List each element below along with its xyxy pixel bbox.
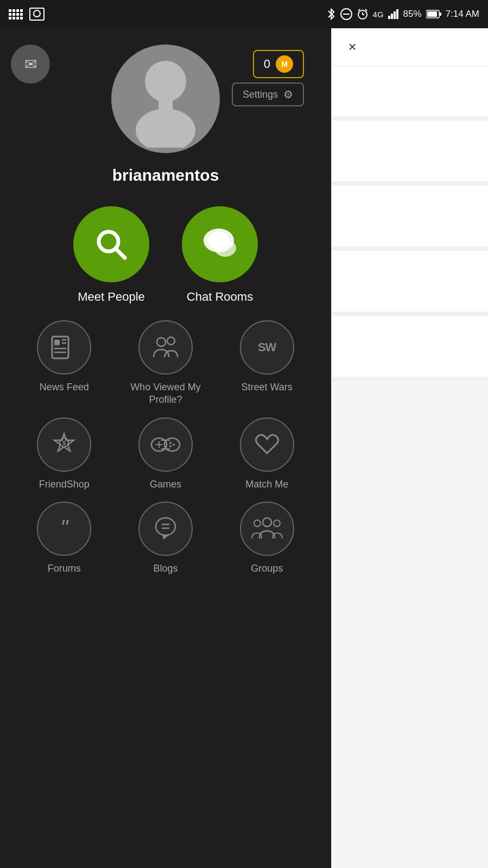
svg-rect-12 [427,11,437,17]
svg-rect-10 [396,9,398,19]
battery-percent: 85% [403,9,422,20]
settings-button[interactable]: Settings ⚙ [232,83,304,106]
svg-rect-25 [54,340,60,345]
svg-point-40 [169,442,172,444]
currency-badge[interactable]: 0 M [253,50,304,78]
battery-icon [426,10,441,18]
status-bar-right: 4G 85% 7:14 AM [326,8,479,20]
large-buttons-row: Meet People Chat Rooms [16,206,315,304]
blogs-item[interactable]: Blogs [118,502,214,575]
currency-amount: 0 [264,57,270,71]
svg-text:": " [60,516,69,540]
slide-panel: × [331,28,488,868]
profile-section: ✉ 0 [0,28,331,195]
street-wars-label: Street Wars [241,381,292,394]
svg-point-48 [263,518,271,527]
svg-point-44 [156,518,175,535]
who-viewed-item[interactable]: Who Viewed My Profile? [118,320,214,407]
slide-panel-item-2 [332,121,488,186]
news-feed-label: News Feed [40,381,89,394]
svg-rect-8 [391,14,393,19]
news-feed-circle [37,320,91,375]
match-me-item[interactable]: Match Me [219,417,315,491]
games-item[interactable]: Games [118,417,214,491]
friendshop-label: FriendShop [39,478,90,491]
meet-people-circle [73,206,149,282]
groups-label: Groups [251,562,283,575]
games-label: Games [150,478,181,491]
chat-rooms-item[interactable]: Chat Rooms [182,206,258,304]
svg-rect-7 [388,16,390,19]
street-wars-circle: SW [240,320,294,375]
avatar-silhouette [111,45,220,153]
svg-line-5 [358,9,360,11]
photo-icon [29,8,45,21]
svg-point-42 [169,445,172,447]
search-icon [92,225,130,263]
who-viewed-circle [138,320,193,375]
groups-item[interactable]: Groups [219,502,315,575]
groups-circle [240,502,294,556]
avatar[interactable] [111,45,220,153]
close-button[interactable]: × [343,37,362,57]
svg-rect-16 [159,98,173,110]
meet-people-item[interactable]: Meet People [73,206,149,304]
who-viewed-label: Who Viewed My Profile? [118,381,214,407]
small-buttons-grid-3: " Forums Blogs [16,502,315,575]
svg-rect-9 [394,11,396,19]
forums-item[interactable]: " Forums [16,502,112,575]
message-icon: ✉ [24,55,37,73]
blogs-circle [138,502,193,556]
svg-text:$: $ [62,440,66,446]
menu-grid: Meet People Chat Rooms [0,195,331,597]
svg-point-15 [136,109,195,148]
svg-point-14 [145,61,186,102]
street-wars-item[interactable]: SW Street Wars [219,320,315,407]
games-circle [138,417,193,472]
blogs-label: Blogs [153,562,178,575]
friendshop-circle: $ [37,417,91,472]
svg-point-50 [274,520,280,527]
svg-point-49 [254,520,261,527]
slide-panel-item-1 [332,66,488,121]
friendshop-icon: $ [50,430,78,459]
match-me-label: Match Me [245,478,288,491]
forums-circle: " [37,502,91,556]
forums-label: Forums [48,562,81,575]
svg-line-6 [365,9,367,11]
svg-point-31 [167,337,175,345]
svg-text:M: M [281,60,288,68]
alarm-icon [357,8,369,20]
news-feed-item[interactable]: News Feed [16,320,112,407]
status-bar-left [9,8,45,21]
groups-icon [251,515,283,543]
network-label: 4G [373,10,384,19]
slide-panel-item-3 [332,186,488,251]
apps-icon [9,9,23,20]
slide-panel-items [332,66,488,381]
street-wars-label-inner: SW [258,340,276,354]
games-icon [150,433,181,457]
meet-people-label: Meet People [78,290,145,304]
slide-panel-header: × [332,28,488,66]
time-display: 7:14 AM [446,9,479,20]
gear-icon: ⚙ [283,88,293,101]
currency-coin: M [276,55,293,73]
match-me-circle [240,417,294,472]
forums-icon: " [50,516,78,542]
username: brianamentos [112,166,219,185]
slide-panel-item-4 [332,251,488,316]
svg-point-30 [157,338,166,346]
message-button[interactable]: ✉ [11,45,50,84]
chat-rooms-label: Chat Rooms [187,290,253,304]
chat-rooms-circle [182,206,258,282]
friendshop-item[interactable]: $ FriendShop [16,417,112,491]
app-panel: ✉ 0 [0,28,331,868]
chat-icon [198,225,242,263]
main-container: ✉ 0 [0,28,488,868]
svg-rect-13 [440,12,441,16]
settings-label: Settings [243,89,278,100]
who-viewed-icon [149,333,182,362]
status-bar: 4G 85% 7:14 AM [0,0,488,28]
small-buttons-grid-2: $ FriendShop [16,417,315,491]
